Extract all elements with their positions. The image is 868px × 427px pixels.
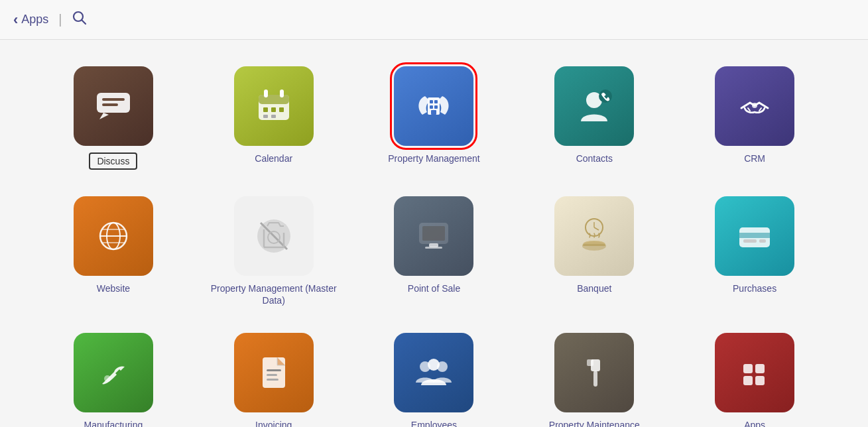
back-button[interactable]: ‹ Apps <box>13 11 48 29</box>
app-label-pm-master-data: Property Management (Master Data) <box>207 282 341 306</box>
svg-rect-34 <box>425 247 442 249</box>
app-label-crm: CRM <box>744 152 765 164</box>
svg-rect-2 <box>97 93 130 113</box>
svg-rect-49 <box>267 379 279 381</box>
svg-line-38 <box>594 227 599 230</box>
app-icon-invoicing <box>234 333 314 412</box>
app-label-apps: Apps <box>744 419 765 427</box>
app-item-employees[interactable]: Employees <box>361 326 508 427</box>
svg-rect-59 <box>755 376 765 385</box>
app-label-property-maintenance: Property Maintenance <box>549 419 640 427</box>
app-label-purchases: Purchases <box>733 282 776 294</box>
app-icon-manufacturing <box>74 333 153 412</box>
app-icon-banquet <box>554 196 634 276</box>
svg-rect-57 <box>755 364 765 373</box>
svg-rect-12 <box>279 107 284 112</box>
svg-rect-9 <box>280 90 284 97</box>
app-item-discuss[interactable]: Discuss <box>40 60 187 176</box>
app-icon-website <box>74 196 153 276</box>
app-icon-pm-master-data <box>234 196 314 276</box>
svg-rect-4 <box>102 103 118 106</box>
svg-rect-8 <box>264 90 268 97</box>
svg-rect-56 <box>743 364 753 373</box>
app-item-calendar[interactable]: Calendar <box>200 60 347 176</box>
svg-rect-58 <box>743 376 753 385</box>
apps-grid: Discuss Calendar <box>0 40 868 427</box>
app-item-property-management[interactable]: Property Management <box>361 60 508 176</box>
svg-rect-44 <box>759 239 766 243</box>
svg-rect-40 <box>583 244 605 246</box>
svg-point-52 <box>428 359 440 371</box>
svg-rect-42 <box>739 233 770 238</box>
app-item-contacts[interactable]: Contacts <box>521 60 668 176</box>
app-label-contacts: Contacts <box>576 152 613 164</box>
app-item-purchases[interactable]: Purchases <box>681 190 828 313</box>
app-icon-discuss <box>74 66 153 146</box>
topbar-divider: | <box>58 12 62 27</box>
app-label-employees: Employees <box>411 419 457 427</box>
svg-rect-16 <box>430 100 433 103</box>
app-icon-contacts <box>554 66 634 146</box>
app-label-invoicing: Invoicing <box>255 419 292 427</box>
app-item-website[interactable]: Website <box>40 190 187 313</box>
svg-point-23 <box>752 103 757 108</box>
svg-point-22 <box>599 90 612 103</box>
svg-rect-3 <box>102 98 125 101</box>
app-icon-property-management <box>394 66 473 146</box>
app-label-banquet: Banquet <box>577 282 611 294</box>
svg-rect-47 <box>267 369 281 371</box>
svg-rect-7 <box>259 95 289 104</box>
app-label-property-management: Property Management <box>388 152 480 164</box>
svg-line-1 <box>82 21 86 25</box>
svg-rect-14 <box>271 115 276 118</box>
svg-rect-10 <box>263 107 268 112</box>
app-label-manufacturing: Manufacturing <box>84 419 143 427</box>
svg-marker-5 <box>99 113 109 119</box>
svg-rect-11 <box>271 107 276 112</box>
app-item-manufacturing[interactable]: Manufacturing <box>40 326 187 427</box>
app-item-banquet[interactable]: Banquet <box>521 190 668 313</box>
app-icon-purchases <box>715 196 794 276</box>
svg-point-45 <box>104 375 111 382</box>
app-label-calendar: Calendar <box>255 152 292 164</box>
app-label-discuss: Discuss <box>89 152 137 170</box>
app-icon-employees <box>394 333 473 412</box>
app-item-invoicing[interactable]: Invoicing <box>200 326 347 427</box>
svg-rect-20 <box>431 110 436 115</box>
svg-rect-19 <box>434 105 438 109</box>
back-label: Apps <box>21 13 48 27</box>
app-item-crm[interactable]: CRM <box>681 60 828 176</box>
svg-rect-55 <box>587 359 593 366</box>
app-item-pm-master-data[interactable]: Property Management (Master Data) <box>200 190 347 313</box>
app-item-property-maintenance[interactable]: Property Maintenance <box>521 326 668 427</box>
app-icon-property-maintenance <box>554 333 634 412</box>
app-label-website: Website <box>97 282 130 294</box>
topbar: ‹ Apps | <box>0 0 868 40</box>
app-icon-crm <box>715 66 794 146</box>
chevron-left-icon: ‹ <box>13 11 18 29</box>
svg-rect-48 <box>267 374 277 376</box>
app-label-point-of-sale: Point of Sale <box>408 282 460 294</box>
svg-rect-17 <box>434 100 438 103</box>
app-icon-point-of-sale <box>394 196 473 276</box>
svg-rect-54 <box>593 371 597 387</box>
svg-rect-35 <box>422 226 445 241</box>
svg-rect-43 <box>743 239 757 243</box>
app-item-apps[interactable]: Apps <box>681 326 828 427</box>
svg-rect-18 <box>430 105 433 109</box>
app-item-point-of-sale[interactable]: Point of Sale <box>361 190 508 313</box>
app-icon-calendar <box>234 66 314 146</box>
app-icon-apps <box>715 333 794 412</box>
search-icon[interactable] <box>72 11 87 29</box>
svg-rect-13 <box>263 115 268 118</box>
